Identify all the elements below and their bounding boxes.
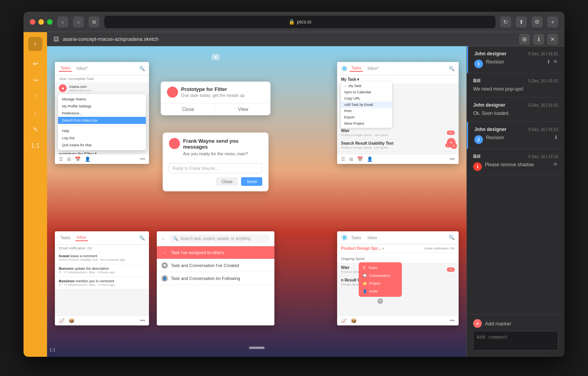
dd-sync[interactable]: Sync to Calendar — [341, 89, 392, 95]
bc-back-icon[interactable]: ← — [161, 235, 167, 242]
dd-copy[interactable]: Copy URL — [341, 95, 392, 102]
bc-task-created[interactable]: 💬 Task and Conversation I've Created — [157, 259, 274, 272]
add-comment-input[interactable] — [473, 331, 558, 351]
ab-br-inbox-tab[interactable]: Inbox — [366, 235, 379, 241]
bl-chart-icon[interactable]: 📈 — [59, 318, 65, 323]
toolbar-grid-icon[interactable]: ⊞ — [67, 156, 71, 162]
duplicate-button[interactable]: ⊞ — [519, 34, 530, 45]
br-box-icon[interactable]: 📦 — [351, 318, 357, 323]
ab-tl-search-icon[interactable]: 🔍 — [139, 66, 145, 71]
badge-num-tr: 1 — [451, 143, 457, 149]
notif-close-btn[interactable]: Close — [161, 104, 216, 115]
browser-body: ‹ ↩ ↪ ↑ ↓ ✎ 1:1 🖼 asana-concept-macos-az… — [24, 32, 564, 357]
dd-more[interactable]: More Project — [341, 120, 392, 127]
ab-tl-tab-inbox[interactable]: Inbox* — [75, 65, 89, 71]
notification-popup: Prototype for Filter Due date today, get… — [161, 82, 270, 115]
br-dropdown-close-btn[interactable]: ✕ — [377, 298, 383, 304]
eye-icon-5[interactable]: 👁 — [553, 162, 558, 167]
toolbar-person-icon[interactable]: 👤 — [85, 156, 91, 162]
search-placeholder: Search task, project, people, or anythin… — [180, 236, 250, 241]
ab-tr-header: 🌐 Tasks Inbox* 🔍 — [337, 62, 459, 75]
menu-preference[interactable]: Preference... — [58, 110, 146, 117]
sidebar-tool-down[interactable]: ↓ — [28, 106, 42, 120]
br-dropdown-arrow[interactable]: ▾ — [382, 247, 384, 251]
menu-manage-teams[interactable]: Manage Teams — [58, 96, 146, 103]
back-button[interactable]: ‹ — [57, 16, 68, 27]
dd-print[interactable]: Print — [341, 108, 392, 114]
dd-tasks[interactable]: ☰ Tasks — [359, 264, 402, 272]
ab-bl-search[interactable]: 🔍 — [139, 235, 145, 241]
p2-badge-tr: P2 — [447, 131, 455, 135]
sidebar-tool-edit[interactable]: ✎ — [28, 122, 42, 136]
scrollbar-h[interactable] — [206, 322, 225, 324]
sidebar-tool-undo[interactable]: ↩ — [28, 56, 42, 71]
browser-titlebar: ‹ › ⊞ 🔒 pics.io ↻ ⬆ ⧉ + — [24, 12, 564, 32]
ab-tr-tab-tasks[interactable]: Tasks — [350, 65, 363, 72]
reload-button[interactable]: ↻ — [500, 16, 511, 27]
dd-my-task[interactable]: ✓ My Task — [341, 83, 392, 89]
dd-invite[interactable]: 👤 Invite — [359, 287, 402, 295]
menu-profile[interactable]: My Profile Settings — [58, 103, 146, 110]
bl-more-icon[interactable]: ••• — [140, 318, 145, 323]
ab-tl-tab-tasks[interactable]: Tasks — [59, 65, 72, 72]
share-button[interactable]: ⬆ — [516, 16, 527, 27]
dd-export-label: Export — [344, 115, 354, 119]
br-chart-icon[interactable]: 📈 — [341, 318, 347, 323]
canvas-area[interactable]: Tasks Inbox* 🔍 View: Incomplete Task — [47, 46, 466, 357]
tr-toolbar-person[interactable]: 👤 — [367, 156, 373, 162]
menu-detach[interactable]: Detach from status bar — [58, 117, 146, 124]
bl-box-icon[interactable]: 📦 — [69, 318, 74, 323]
tabs-button[interactable]: ⧉ — [532, 16, 543, 27]
sidebar-tool-zoom[interactable]: 1:1 — [28, 139, 42, 153]
msg-send-btn[interactable]: Send — [241, 177, 262, 186]
ab-bl-inbox-tab[interactable]: Inbox — [75, 234, 88, 241]
ab-br-tasks-tab[interactable]: Tasks — [350, 235, 363, 241]
new-tab-button[interactable]: + — [547, 16, 558, 27]
close-panel-button[interactable]: ✕ — [547, 34, 558, 45]
task-check-icon: ✓ — [162, 249, 168, 256]
tr-toolbar-list[interactable]: ☰ — [341, 156, 345, 162]
eye-icon-1[interactable]: 👁 — [553, 59, 558, 65]
tr-toolbar-more[interactable]: ••• — [450, 156, 455, 162]
dd-project[interactable]: 📁 Project — [359, 280, 402, 287]
bc-task-following[interactable]: 👤 Task and Conversation Im Following — [157, 272, 274, 285]
tab-switcher[interactable]: ⊞ — [89, 16, 100, 27]
toolbar-cal-icon[interactable]: 📅 — [75, 156, 81, 162]
msg-reply-input[interactable]: Reply to Frank Wayne... — [169, 163, 262, 173]
menu-help[interactable]: Help — [58, 127, 146, 134]
bc-search-input[interactable]: 🔍 Search task, project, people, or anyth… — [169, 234, 270, 243]
ab-tr-search-icon[interactable]: 🔍 — [449, 66, 455, 71]
info-button[interactable]: ℹ — [533, 34, 544, 45]
toolbar-list-icon[interactable]: ☰ — [59, 156, 63, 162]
tr-toolbar-cal[interactable]: 📅 — [357, 156, 363, 162]
download-icon-2[interactable]: ⬇ — [554, 134, 558, 140]
comment-5-body: 1 Please remove shadow 👁 — [473, 162, 558, 171]
dd-conversation[interactable]: 💬 Conversation — [359, 272, 402, 280]
notif-subtitle: Due date today, get the heads up — [181, 93, 245, 98]
menu-quit[interactable]: Quit Asana for Mac — [58, 142, 146, 149]
tr-toolbar-grid[interactable]: ⊞ — [349, 156, 353, 162]
add-marker-label: Add marker — [485, 321, 511, 327]
add-marker-button[interactable]: + — [473, 319, 482, 328]
minimize-button[interactable] — [38, 19, 44, 25]
url-bar[interactable]: 🔒 pics.io — [104, 16, 495, 28]
forward-button[interactable]: › — [73, 16, 84, 27]
menu-logout[interactable]: Log Out — [58, 134, 146, 142]
dd-add-task[interactable]: Add Task by Email — [341, 102, 392, 108]
bc-task-assigned[interactable]: ✓ Task I've assigned to others — [157, 246, 274, 259]
ab-tr-tab-inbox[interactable]: Inbox* — [366, 65, 380, 71]
sidebar-back-button[interactable]: ‹ — [28, 37, 42, 51]
ab-bl-tasks-tab[interactable]: Tasks — [59, 235, 72, 241]
br-more-icon[interactable]: ••• — [450, 318, 455, 323]
msg-close-btn[interactable]: Close — [216, 177, 238, 186]
download-icon[interactable]: ⬇ — [546, 59, 551, 65]
sidebar-tool-redo[interactable]: ↪ — [28, 73, 42, 87]
artboard-top-left: Tasks Inbox* 🔍 View: Incomplete Task — [55, 62, 149, 164]
close-button[interactable] — [30, 19, 35, 25]
toolbar-more-icon[interactable]: ••• — [140, 156, 145, 162]
dd-export[interactable]: Export — [341, 114, 392, 120]
maximize-button[interactable] — [47, 19, 53, 25]
notif-view-btn[interactable]: View — [216, 104, 271, 115]
ab-br-search[interactable]: 🔍 — [449, 235, 455, 240]
sidebar-tool-up[interactable]: ↑ — [28, 89, 42, 104]
